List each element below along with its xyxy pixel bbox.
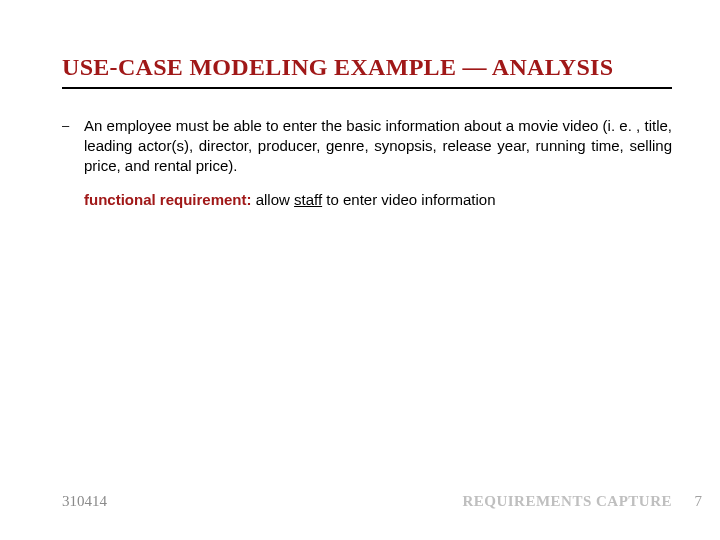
requirement-line: functional requirement: allow staff to e… (84, 190, 672, 210)
bullet-dash: – (62, 116, 84, 136)
requirement-text-after: to enter video information (322, 191, 495, 208)
bullet-text: An employee must be able to enter the ba… (84, 116, 672, 176)
page-number: 7 (695, 493, 703, 510)
requirement-underlined: staff (294, 191, 322, 208)
content-area: – An employee must be able to enter the … (62, 116, 672, 210)
slide-title: USE-CASE MODELING EXAMPLE — ANALYSIS (62, 54, 672, 89)
footer-left: 310414 (62, 493, 107, 510)
slide: USE-CASE MODELING EXAMPLE — ANALYSIS – A… (0, 0, 720, 540)
requirement-text-before: allow (252, 191, 295, 208)
footer-right: REQUIREMENTS CAPTURE (462, 493, 672, 510)
requirement-label: functional requirement: (84, 191, 252, 208)
bullet-item: – An employee must be able to enter the … (62, 116, 672, 176)
